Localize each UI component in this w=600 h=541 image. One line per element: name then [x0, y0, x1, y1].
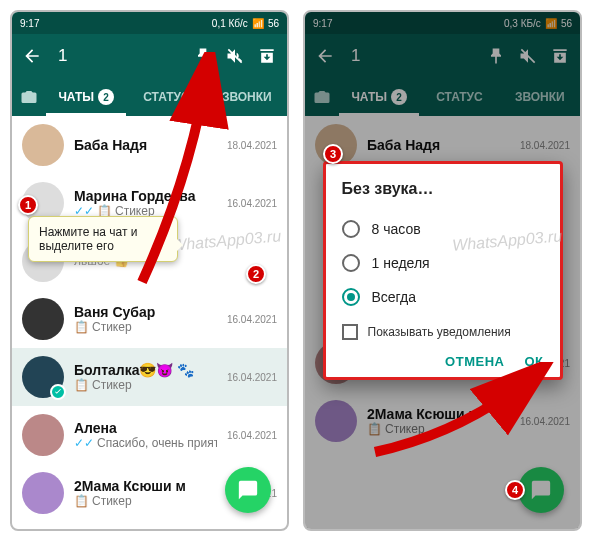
chat-name: Ваня Субар	[74, 304, 217, 320]
chat-preview: ✓✓ Спасибо, очень приятно ))	[74, 436, 217, 450]
chat-row[interactable]: Баба Надя 18.04.2021	[12, 116, 287, 174]
radio-icon-selected	[342, 288, 360, 306]
avatar[interactable]	[22, 414, 64, 456]
selected-check-icon	[50, 384, 66, 400]
chat-row[interactable]: Ваня Субар 📋Стикер 16.04.2021	[12, 290, 287, 348]
tab-camera[interactable]	[12, 88, 46, 106]
chat-name: Алена	[74, 420, 217, 436]
annotation-marker-1: 1	[18, 195, 38, 215]
tab-calls[interactable]: ЗВОНКИ	[207, 78, 287, 116]
ok-button[interactable]: ОК	[524, 354, 543, 369]
dialog-title: Без звука…	[342, 180, 544, 198]
chat-date: 16.04.2021	[227, 314, 277, 325]
phone-left: 9:17 0,1 Кб/с 📶 56 1 ЧАТЫ 2 СТАТУС	[10, 10, 289, 531]
chats-unread-badge: 2	[98, 89, 114, 105]
avatar[interactable]	[22, 124, 64, 166]
read-ticks-icon: ✓✓	[74, 436, 94, 450]
chat-row[interactable]: Андрей 7 Этаж 16.04.2021	[12, 522, 287, 529]
radio-always[interactable]: Всегда	[342, 280, 544, 314]
tab-chats[interactable]: ЧАТЫ 2	[46, 78, 126, 116]
chat-date: 18.04.2021	[227, 140, 277, 151]
modal-overlay: Без звука… 8 часов 1 неделя Всегда Показ…	[305, 12, 580, 529]
chat-name: Марина Гордеева	[74, 188, 217, 204]
annotation-marker-4: 4	[505, 480, 525, 500]
chat-name: Баба Надя	[74, 137, 217, 153]
new-chat-fab[interactable]	[225, 467, 271, 513]
tab-status[interactable]: СТАТУС	[126, 78, 206, 116]
signal-icon: 📶	[252, 18, 264, 29]
selection-count: 1	[58, 46, 67, 66]
battery-icon: 56	[268, 18, 279, 29]
chat-date: 16.04.2021	[227, 430, 277, 441]
avatar[interactable]	[22, 298, 64, 340]
chat-preview: 📋Стикер	[74, 320, 217, 334]
chat-preview: 📋Стикер	[74, 494, 217, 508]
chat-date: 16.04.2021	[227, 372, 277, 383]
checkbox-icon	[342, 324, 358, 340]
chat-date: 16.04.2021	[227, 198, 277, 209]
radio-1-week[interactable]: 1 неделя	[342, 246, 544, 280]
cancel-button[interactable]: ОТМЕНА	[445, 354, 504, 369]
mute-dialog: Без звука… 8 часов 1 неделя Всегда Показ…	[323, 161, 563, 380]
annotation-marker-3: 3	[323, 144, 343, 164]
tab-bar: ЧАТЫ 2 СТАТУС ЗВОНКИ	[12, 78, 287, 116]
back-arrow-icon[interactable]	[22, 46, 42, 66]
radio-icon	[342, 254, 360, 272]
chat-name: 2Мама Ксюши м	[74, 478, 217, 494]
avatar[interactable]	[22, 356, 64, 398]
annotation-callout: Нажмите на чат и выделите его	[28, 216, 178, 262]
avatar[interactable]	[22, 472, 64, 514]
radio-icon	[342, 220, 360, 238]
chat-preview: 📋Стикер	[74, 378, 217, 392]
phone-right: 9:17 0,3 КБ/с 📶 56 1 ЧАТЫ 2 СТАТУС ЗВОНК…	[303, 10, 582, 531]
checkbox-show-notifications[interactable]: Показывать уведомления	[342, 314, 544, 346]
archive-icon[interactable]	[257, 46, 277, 66]
selection-action-bar: 1	[12, 34, 287, 78]
mute-icon[interactable]	[225, 46, 245, 66]
annotation-marker-2: 2	[246, 264, 266, 284]
chat-list: Баба Надя 18.04.2021 Марина Гордеева ✓✓ …	[12, 116, 287, 529]
status-bar: 9:17 0,1 Кб/с 📶 56	[12, 12, 287, 34]
chat-row[interactable]: Алена ✓✓ Спасибо, очень приятно )) 16.04…	[12, 406, 287, 464]
status-net: 0,1 Кб/с	[212, 18, 248, 29]
chat-row-selected[interactable]: Болталка😎😈 🐾 📋Стикер 16.04.2021	[12, 348, 287, 406]
status-time: 9:17	[20, 18, 39, 29]
chat-name: Болталка😎😈 🐾	[74, 362, 217, 378]
pin-icon[interactable]	[193, 46, 213, 66]
